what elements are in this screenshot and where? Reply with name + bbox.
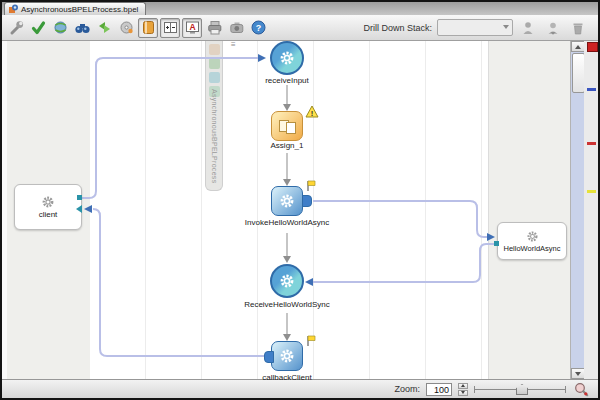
- split-view-icon: [162, 19, 179, 36]
- drill-down-select[interactable]: [437, 19, 513, 36]
- partner-link-label: client: [39, 210, 58, 219]
- drill-down-label: Drill Down Stack:: [363, 23, 432, 33]
- flag-icon: [305, 334, 317, 347]
- zoom-spinner: [458, 383, 468, 396]
- connector-point: [77, 195, 82, 200]
- navigate-down-button[interactable]: [543, 18, 563, 38]
- activity-callbackclient[interactable]: [271, 341, 303, 371]
- scroll-up-button[interactable]: [571, 41, 585, 52]
- activity-invokehelloworldasync[interactable]: [271, 186, 303, 216]
- tab-bar: AsynchronousBPELProcess.bpel: [2, 2, 598, 15]
- navigate-down-icon: [545, 20, 561, 36]
- partner-link-helloworldasync[interactable]: HelloWorldAsync: [497, 222, 567, 260]
- chevron-down-icon: [503, 25, 509, 29]
- slider-thumb[interactable]: [516, 384, 528, 395]
- camera-icon: [228, 19, 245, 36]
- binoculars-icon: [74, 19, 91, 36]
- svg-text:!: !: [311, 109, 314, 118]
- bpel-file-icon: [9, 4, 18, 14]
- slider-end-cap: [565, 386, 566, 393]
- scope-tab-strip[interactable]: AsynchronousBPELProcess: [205, 41, 223, 191]
- invoke-output-nub: [302, 195, 312, 207]
- split-view-toggle-button[interactable]: [160, 18, 180, 38]
- triangle-down-icon: [575, 372, 581, 376]
- zoom-label: Zoom:: [394, 384, 420, 394]
- help-button[interactable]: ?: [248, 18, 268, 38]
- navigate-up-icon: [520, 20, 536, 36]
- collapse-handle-icon[interactable]: ≡: [231, 40, 236, 49]
- wrench-icon: [8, 19, 25, 36]
- tab-asynchronousbpelprocess[interactable]: AsynchronousBPELProcess.bpel: [4, 2, 146, 15]
- globe-icon: [52, 19, 69, 36]
- zoom-fit-button[interactable]: [572, 381, 590, 398]
- scope-mini-icon: [209, 58, 220, 69]
- trash-icon: [570, 20, 586, 36]
- invoke-output-nub: [264, 351, 274, 363]
- printer-icon: [206, 19, 223, 36]
- help-icon: ?: [250, 19, 267, 36]
- marker-yellow[interactable]: [587, 190, 596, 193]
- partner-gear-icon: [526, 230, 539, 243]
- partner-gear-icon: [41, 195, 55, 209]
- monitor-toggle-button[interactable]: A: [182, 18, 202, 38]
- disc-icon: [118, 19, 135, 36]
- activity-label: Assign_1: [217, 141, 357, 150]
- bpel-designer-window: AsynchronousBPELProcess.bpel: [0, 0, 600, 400]
- partner-link-label: HelloWorldAsync: [504, 244, 561, 253]
- error-marker-margin: [584, 41, 598, 379]
- find-button[interactable]: [72, 18, 92, 38]
- validate-button[interactable]: [28, 18, 48, 38]
- activity-label: receiveInput: [217, 76, 357, 85]
- green-arrows-icon: [96, 19, 113, 36]
- connector-arrow-icon: [76, 205, 82, 213]
- connector-point: [494, 241, 499, 246]
- gear-icon: [278, 272, 296, 290]
- navigate-up-button[interactable]: [518, 18, 538, 38]
- warning-icon[interactable]: !: [305, 105, 319, 118]
- activity-receivehelloworldsync[interactable]: [270, 264, 304, 298]
- svg-text:?: ?: [255, 23, 261, 33]
- zoom-decrement-button[interactable]: [458, 390, 468, 396]
- activity-label: ReceiveHelloWorldSync: [217, 300, 357, 309]
- activity-receiveinput[interactable]: [270, 41, 304, 75]
- monitor-a-icon: A: [184, 19, 201, 36]
- gear-icon: [278, 49, 296, 67]
- zoom-value-input[interactable]: 100: [426, 383, 452, 396]
- gear-icon: [278, 347, 296, 365]
- check-icon: [30, 19, 47, 36]
- triangle-down-icon: [461, 391, 465, 394]
- diagram-work-area: AsynchronousBPELProcess ≡: [2, 41, 598, 379]
- camera-button[interactable]: [226, 18, 246, 38]
- triangle-up-icon: [575, 45, 581, 49]
- assign-pages-icon: [278, 119, 296, 133]
- refresh-button[interactable]: [94, 18, 114, 38]
- gear-icon: [278, 192, 296, 210]
- wrench-button[interactable]: [6, 18, 26, 38]
- zoom-slider[interactable]: [474, 382, 566, 396]
- main-toolbar: A ? Drill Down Stack:: [2, 15, 598, 41]
- partner-link-client[interactable]: client: [14, 184, 82, 230]
- book-icon: [140, 19, 157, 36]
- scope-mini-icon: [209, 44, 220, 55]
- zoom-increment-button[interactable]: [458, 383, 468, 389]
- tab-title: AsynchronousBPELProcess.bpel: [21, 5, 138, 14]
- disc-button[interactable]: [116, 18, 136, 38]
- activity-label: callbackClient: [217, 373, 357, 382]
- activity-assign[interactable]: [271, 111, 303, 141]
- marker-blue[interactable]: [587, 88, 596, 91]
- triangle-up-icon: [461, 384, 465, 387]
- sync-globe-button[interactable]: [50, 18, 70, 38]
- partner-links-lane-right: [488, 41, 571, 379]
- overview-error-marker[interactable]: [587, 42, 598, 52]
- svg-text:A: A: [189, 22, 195, 32]
- print-button[interactable]: [204, 18, 224, 38]
- source-book-toggle-button[interactable]: [138, 18, 158, 38]
- delete-button[interactable]: [568, 18, 588, 38]
- vertical-scrollbar[interactable]: [570, 41, 584, 379]
- activity-label: InvokeHelloWorldAsync: [217, 218, 357, 227]
- magnifier-icon: [574, 382, 589, 397]
- scroll-down-button[interactable]: [571, 368, 585, 379]
- marker-red[interactable]: [587, 142, 596, 145]
- flag-icon: [305, 179, 317, 192]
